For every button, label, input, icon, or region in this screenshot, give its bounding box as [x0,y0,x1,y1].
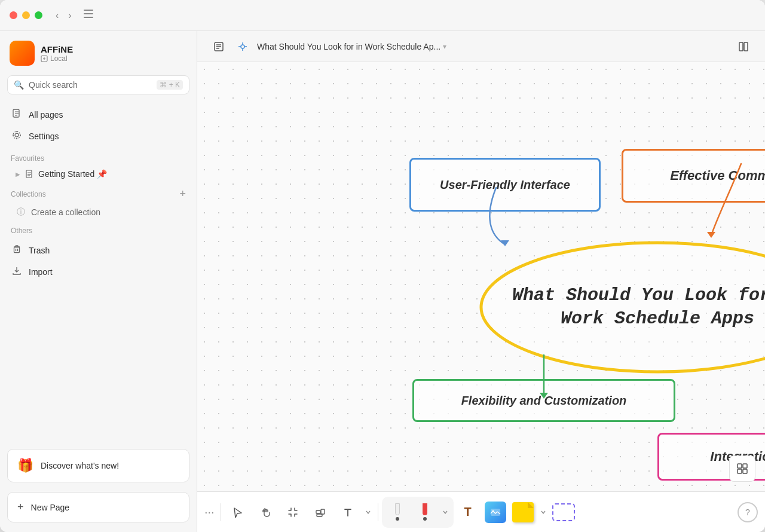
canvas-area[interactable]: What Should You Look for in Work Schedul… [197,62,765,491]
svg-rect-8 [14,247,20,253]
pen-tools-group [382,497,454,528]
discover-label: Discover what's new! [41,461,119,470]
svg-rect-22 [316,510,320,513]
search-shortcut: ⌘ + K [157,80,183,90]
hand-tool-button[interactable] [252,499,279,525]
close-button[interactable] [10,11,17,19]
connector-button[interactable] [550,499,577,525]
new-page-label: New Page [31,503,70,512]
gift-icon: 🎁 [17,458,33,473]
svg-rect-19 [743,464,747,468]
search-label: Quick search [29,80,152,90]
svg-point-5 [15,133,19,137]
svg-rect-2 [84,17,93,18]
svg-point-10 [241,45,244,48]
all-pages-label: All pages [29,110,63,120]
chevron-down-icon: ▾ [443,42,446,51]
maximize-button[interactable] [35,11,42,19]
box-orange-text: Effective Communication Tools [670,168,765,184]
add-collection-button[interactable]: + [179,188,186,200]
media-button[interactable] [482,499,509,525]
new-page-button[interactable]: + New Page [7,492,189,522]
content-header: What Should You Look for in Work Schedul… [197,31,765,62]
user-info: AFFiNE Local [41,44,73,63]
marker-red-button[interactable] [412,499,438,525]
page-icon [11,109,23,121]
box-green-text: Flexibility and Customization [461,394,627,408]
mindmap-mode-button[interactable] [233,37,252,56]
sidebar-item-trash[interactable]: Trash [5,240,192,261]
create-collection-item[interactable]: ⓘ Create a collection [5,203,192,222]
help-button[interactable]: ? [738,502,758,522]
grid-layout-button[interactable] [729,455,755,482]
collections-header: Collections + [0,183,197,203]
sidebar-item-all-pages[interactable]: All pages [5,104,192,126]
content-area: What Should You Look for in Work Schedul… [197,31,765,532]
box-blue: User-Friendly Interface [409,158,601,212]
traffic-lights [10,11,42,19]
box-orange: Effective Communication Tools [622,149,765,203]
nav-arrows: ‹ › [52,9,75,22]
settings-label: Settings [29,132,59,141]
separator-1 [221,503,221,521]
svg-rect-18 [738,464,742,468]
others-section: Trash Import [0,237,197,285]
connector-icon [552,503,575,521]
svg-rect-0 [84,10,93,11]
frame-tool-button[interactable] [280,499,306,525]
sticky-more-button[interactable] [537,499,549,525]
sidebar-item-import[interactable]: Import [5,261,192,283]
svg-rect-20 [738,469,742,473]
svg-point-6 [13,132,20,139]
favourites-header: Favourites [0,149,197,165]
sidebar-toggle-button[interactable] [82,8,94,23]
discover-button[interactable]: 🎁 Discover what's new! [7,449,189,482]
settings-icon [11,130,23,142]
marker-red-dot [423,517,427,521]
others-header: Others [0,222,197,237]
search-icon: 🔍 [14,80,24,90]
pen-white-button[interactable] [384,499,411,525]
plus-icon: + [17,501,24,513]
text-format-button[interactable]: T [455,499,481,525]
sidebar: AFFiNE Local 🔍 Quick search ⌘ + K [0,31,197,532]
doc-title: What Should You Look for in Work Schedul… [257,42,446,51]
avatar [10,41,35,66]
expand-icon: ▶ [16,171,20,178]
media-icon [485,502,506,523]
back-button[interactable]: ‹ [52,9,62,22]
svg-rect-1 [84,13,93,14]
svg-rect-21 [743,469,747,473]
central-ellipse: What Should You Look for in Work Schedul… [472,236,765,379]
doc-mode-button[interactable] [209,37,228,56]
separator-2 [378,503,378,521]
svg-rect-23 [321,509,325,514]
trash-label: Trash [29,246,50,255]
pen-white-dot [396,517,399,521]
sidebar-item-settings[interactable]: Settings [5,126,192,147]
titlebar: ‹ › [0,0,765,31]
user-name: AFFiNE [41,44,73,54]
text-more-button[interactable] [362,499,374,525]
minimize-button[interactable] [22,11,30,19]
text-tool-button[interactable] [335,499,361,525]
import-label: Import [29,267,53,277]
group-tool-button[interactable] [307,499,333,525]
svg-point-26 [492,510,494,512]
document-icon [25,170,33,178]
pen-more-button[interactable] [439,506,451,518]
layout-toggle-button[interactable] [734,37,753,56]
box-green: Flexibility and Customization [412,379,675,422]
more-options-button[interactable]: ··· [204,505,215,519]
sidebar-item-getting-started[interactable]: ▶ Getting Started 📌 [5,165,192,183]
forward-button[interactable]: › [65,9,75,22]
pen-white-icon [395,503,400,515]
nav-section: All pages Settings [0,102,197,149]
central-text: What Should You Look for in Work Schedul… [491,284,765,331]
doc-controls: What Should You Look for in Work Schedul… [209,37,446,56]
user-section: AFFiNE Local [0,31,197,73]
select-tool-button[interactable] [225,499,251,525]
header-right [734,37,753,56]
sticky-note-button[interactable] [510,499,536,525]
search-bar[interactable]: 🔍 Quick search ⌘ + K [7,75,189,94]
